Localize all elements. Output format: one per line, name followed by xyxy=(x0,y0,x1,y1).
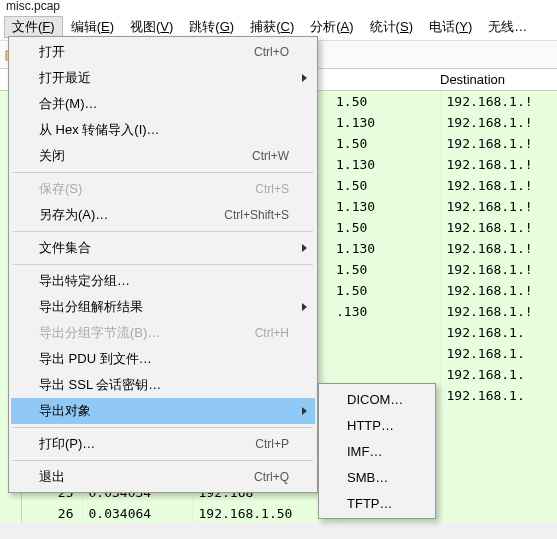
table-row[interactable]: 192.168.1. xyxy=(330,364,557,385)
menu-item[interactable]: 合并(M)… xyxy=(11,91,315,117)
table-row[interactable]: 1.130192.168.1.! xyxy=(330,154,557,175)
submenu-item[interactable]: DICOM… xyxy=(321,386,433,412)
menu-item-label: 保存(S) xyxy=(39,180,255,198)
submenu-item-label: SMB… xyxy=(347,470,388,485)
cell-source: 1.50 xyxy=(330,280,440,301)
menu-F[interactable]: 文件(F) xyxy=(4,16,63,38)
menu-item[interactable]: 打印(P)…Ctrl+P xyxy=(11,431,315,457)
cell-dest: 192.168.1.! xyxy=(440,154,557,175)
cell-source xyxy=(330,364,440,385)
menu-item-label: 从 Hex 转储导入(I)… xyxy=(39,121,289,139)
menu-item[interactable]: 导出 SSL 会话密钥… xyxy=(11,372,315,398)
menu-S[interactable]: 统计(S) xyxy=(362,16,421,38)
table-row[interactable]: 1.50192.168.1.! xyxy=(330,259,557,280)
menu-item-accel: Ctrl+P xyxy=(255,437,289,451)
submenu-item[interactable]: TFTP… xyxy=(321,490,433,516)
table-row[interactable]: 1.50192.168.1.! xyxy=(330,133,557,154)
menu-item[interactable]: 导出分组解析结果 xyxy=(11,294,315,320)
menu-separator xyxy=(13,264,313,265)
cell-no: 26 xyxy=(22,503,82,522)
cell-source: 1.50 xyxy=(330,217,440,238)
menu-item[interactable]: 关闭Ctrl+W xyxy=(11,143,315,169)
menu-item[interactable]: 打开Ctrl+O xyxy=(11,39,315,65)
menu-item-accel: Ctrl+H xyxy=(255,326,289,340)
menu-item-label: 文件集合 xyxy=(39,239,289,257)
table-row[interactable]: 1.130192.168.1.! xyxy=(330,196,557,217)
file-menu-dropdown: 打开Ctrl+O打开最近合并(M)…从 Hex 转储导入(I)…关闭Ctrl+W… xyxy=(8,36,318,493)
menu-item-label: 退出 xyxy=(39,468,254,486)
submenu-item-label: HTTP… xyxy=(347,418,394,433)
cell-dest: 192.168.1.! xyxy=(440,238,557,259)
menu-item[interactable]: 退出Ctrl+Q xyxy=(11,464,315,490)
menu-item[interactable]: 文件集合 xyxy=(11,235,315,261)
cell-source: 1.50 xyxy=(330,133,440,154)
cell-dest: 192.168.1.! xyxy=(440,280,557,301)
menu-E[interactable]: 编辑(E) xyxy=(63,16,122,38)
export-objects-submenu: DICOM…HTTP…IMF…SMB…TFTP… xyxy=(318,383,436,519)
menu-item[interactable]: 导出对象 xyxy=(11,398,315,424)
menu-item: 导出分组字节流(B)…Ctrl+H xyxy=(11,320,315,346)
table-row[interactable]: 1.130192.168.1.! xyxy=(330,238,557,259)
menu-item[interactable]: 导出特定分组… xyxy=(11,268,315,294)
menu-item[interactable]: 打开最近 xyxy=(11,65,315,91)
submenu-item[interactable]: SMB… xyxy=(321,464,433,490)
chevron-right-icon xyxy=(302,74,307,82)
submenu-item[interactable]: IMF… xyxy=(321,438,433,464)
menu-item-label: 打开 xyxy=(39,43,254,61)
cell-source: .130 xyxy=(330,301,440,322)
cell-time: 0.034064 xyxy=(82,503,192,522)
menu-C[interactable]: 捕获(C) xyxy=(242,16,302,38)
table-row[interactable]: 1.50192.168.1.! xyxy=(330,217,557,238)
menu-item[interactable]: 从 Hex 转储导入(I)… xyxy=(11,117,315,143)
cell-dest: 192.168.1.! xyxy=(440,175,557,196)
table-row[interactable]: 260.034064192.168.1.50192.168.1. xyxy=(22,503,557,522)
menu-8[interactable]: 无线… xyxy=(480,16,535,38)
cell-source: 1.130 xyxy=(330,112,440,133)
cell-source xyxy=(330,322,440,343)
menu-item[interactable]: 导出 PDU 到文件… xyxy=(11,346,315,372)
menu-item: 保存(S)Ctrl+S xyxy=(11,176,315,202)
menu-item[interactable]: 另存为(A)…Ctrl+Shift+S xyxy=(11,202,315,228)
cell-dest: 192.168.1.! xyxy=(440,133,557,154)
cell-dest: 192.168.1.! xyxy=(440,196,557,217)
menu-item-label: 关闭 xyxy=(39,147,252,165)
menu-V[interactable]: 视图(V) xyxy=(122,16,181,38)
menu-A[interactable]: 分析(A) xyxy=(302,16,361,38)
menu-item-accel: Ctrl+O xyxy=(254,45,289,59)
cell-dest: 192.168.1.! xyxy=(440,217,557,238)
menu-item-accel: Ctrl+Q xyxy=(254,470,289,484)
menu-item-label: 导出分组字节流(B)… xyxy=(39,324,255,342)
menu-separator xyxy=(13,172,313,173)
menu-G[interactable]: 跳转(G) xyxy=(181,16,242,38)
table-row[interactable]: 192.168.1. xyxy=(330,322,557,343)
table-row[interactable]: 1.130192.168.1.! xyxy=(330,112,557,133)
cell-source: 1.130 xyxy=(330,196,440,217)
submenu-item[interactable]: HTTP… xyxy=(321,412,433,438)
table-row[interactable]: 192.168.1. xyxy=(330,343,557,364)
cell-source: 1.130 xyxy=(330,154,440,175)
cell-source: 1.50 xyxy=(330,91,440,112)
table-row[interactable]: 1.50192.168.1.! xyxy=(330,280,557,301)
cell-dest: 192.168.1. xyxy=(440,322,557,343)
menu-item-label: 打印(P)… xyxy=(39,435,255,453)
cell-dest: 192.168.1. xyxy=(440,385,557,406)
column-header-destination[interactable]: Destination xyxy=(434,72,511,87)
cell-source xyxy=(330,343,440,364)
chevron-right-icon xyxy=(302,303,307,311)
menu-item-label: 导出特定分组… xyxy=(39,272,289,290)
cell-source: 1.50 xyxy=(330,259,440,280)
cell-dest: 192.168.1. xyxy=(440,343,557,364)
menu-Y[interactable]: 电话(Y) xyxy=(421,16,480,38)
table-row[interactable]: 1.50192.168.1.! xyxy=(330,175,557,196)
submenu-item-label: DICOM… xyxy=(347,392,403,407)
menu-item-label: 导出 SSL 会话密钥… xyxy=(39,376,289,394)
window-title: misc.pcap xyxy=(0,0,557,14)
menu-item-accel: Ctrl+Shift+S xyxy=(224,208,289,222)
submenu-item-label: IMF… xyxy=(347,444,382,459)
table-row[interactable]: 1.50192.168.1.! xyxy=(330,91,557,112)
cell-dest: 192.168.1.! xyxy=(440,259,557,280)
submenu-item-label: TFTP… xyxy=(347,496,393,511)
menu-item-label: 导出分组解析结果 xyxy=(39,298,289,316)
chevron-right-icon xyxy=(302,244,307,252)
table-row[interactable]: .130192.168.1.! xyxy=(330,301,557,322)
